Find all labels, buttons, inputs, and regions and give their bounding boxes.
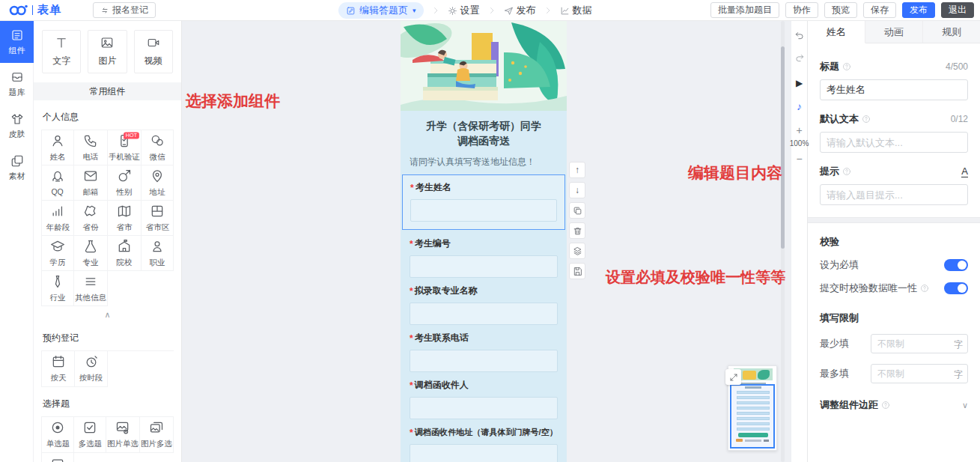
rail-item-assets[interactable]: 素材 (0, 147, 34, 189)
minimap-expand-button[interactable] (725, 369, 741, 385)
default-text-input[interactable] (820, 132, 968, 153)
play-button[interactable]: ▶ (791, 78, 807, 88)
title-input[interactable] (820, 79, 968, 100)
component-phone[interactable]: 电话 (74, 130, 108, 165)
form-field[interactable]: * 考生编号 (410, 237, 558, 278)
tab-animation[interactable]: 动画 (865, 21, 923, 43)
info-icon (842, 167, 851, 176)
form-name-button[interactable]: 报名登记 (93, 2, 156, 18)
exit-button[interactable]: 退出 (941, 2, 974, 18)
unique-toggle-label: 提交时校验数据唯一性 (820, 282, 929, 295)
caret-down-icon: ▾ (413, 7, 416, 14)
field-input-preview[interactable] (410, 255, 558, 278)
component-province[interactable]: 省份 (74, 201, 108, 236)
zoom-out-button[interactable]: − (791, 153, 807, 165)
preview-button[interactable]: 预览 (824, 2, 857, 18)
annotation-validation: 设置必填及校验唯一性等等 (606, 267, 785, 288)
flask-icon (83, 239, 98, 254)
publish-button[interactable]: 发布 (902, 2, 935, 18)
component-dropdown[interactable]: 下拉题 (42, 453, 74, 462)
component-single-choice[interactable]: 单选题 (42, 417, 74, 453)
hint-input[interactable] (820, 184, 968, 205)
batch-add-questions-button[interactable]: 批量添加题目 (710, 2, 779, 18)
duplicate-button[interactable] (569, 202, 585, 219)
component-industry[interactable]: 行业 (42, 271, 74, 306)
field-input-preview[interactable] (410, 350, 558, 372)
component-image-multi-choice[interactable]: 图片多选 (140, 417, 174, 453)
required-asterisk: * (410, 286, 413, 297)
required-toggle[interactable] (944, 259, 968, 271)
component-address[interactable]: 地址 (141, 165, 174, 201)
collapse-section-button[interactable]: ∧ (34, 308, 181, 321)
field-input-preview[interactable] (410, 303, 558, 325)
header-actions: 批量添加题目 协作 预览 保存 发布 退出 (710, 2, 974, 18)
form-title: 升学（含保研考研）同学 调档函寄送 (401, 118, 567, 148)
tab-rules[interactable]: 规则 (923, 21, 980, 43)
undo-button[interactable] (791, 30, 807, 40)
tab-field-name[interactable]: 姓名 (808, 21, 865, 43)
field-input-preview[interactable] (410, 444, 558, 462)
move-down-button[interactable]: ↓ (569, 182, 585, 198)
rail-item-components[interactable]: 组件 (0, 21, 34, 63)
form-field[interactable]: * 拟录取专业名称 (410, 285, 558, 325)
collaborate-button[interactable]: 协作 (785, 2, 818, 18)
zoom-in-button[interactable]: + (791, 124, 807, 136)
component-email[interactable]: 邮箱 (74, 165, 108, 201)
field-input-preview[interactable] (410, 199, 557, 222)
canvas-scrollbar[interactable] (781, 46, 785, 249)
rail-item-skin[interactable]: 皮肤 (0, 105, 34, 147)
component-college[interactable]: 院校 (108, 236, 141, 271)
component-spacing-row[interactable]: 调整组件边距 ∨ (820, 398, 968, 412)
step-edit-page[interactable]: 编辑答题页 ▾ (338, 2, 424, 19)
step-data[interactable]: 数据 (560, 4, 592, 17)
music-button[interactable]: ♪ (791, 100, 807, 112)
field-input-preview[interactable] (410, 397, 558, 419)
component-age-range[interactable]: 年龄段 (42, 201, 74, 236)
dropdown-icon (50, 456, 65, 462)
unique-toggle[interactable] (944, 282, 968, 294)
layers-button[interactable] (569, 243, 585, 259)
component-province-city[interactable]: 省市 (108, 201, 141, 236)
component-qq[interactable]: QQ (42, 165, 74, 201)
text-style-button[interactable]: A (961, 166, 968, 177)
chevron-down-icon: ∨ (962, 401, 968, 410)
component-gender[interactable]: 性别 (108, 165, 141, 201)
component-other-info[interactable]: 其他信息 (74, 271, 108, 306)
qq-icon (50, 169, 65, 184)
component-name[interactable]: 姓名 (42, 130, 74, 165)
component-video[interactable]: 视频 (134, 30, 173, 73)
form-field[interactable]: * 考生联系电话 (410, 332, 558, 372)
component-by-day[interactable]: 按天 (42, 351, 75, 387)
section-booking: 预约登记 (43, 332, 181, 344)
annotation-add-components: 选择添加组件 (186, 91, 280, 112)
save-component-button[interactable] (569, 263, 585, 279)
component-image-single-choice[interactable]: 图片单选 (106, 417, 140, 453)
component-occupation[interactable]: 职业 (141, 236, 174, 271)
selected-field-candidate-name[interactable]: * 考生姓名 (402, 174, 565, 230)
validation-section-title: 校验 (820, 235, 968, 249)
map-icon (117, 204, 132, 219)
component-multi-choice[interactable]: 多选题 (74, 417, 106, 453)
component-education[interactable]: 学历 (42, 236, 74, 271)
component-text[interactable]: 文字 (42, 30, 81, 73)
max-fill-label: 最多填 (820, 367, 849, 380)
minimap[interactable] (728, 365, 777, 451)
form-field[interactable]: * 调档函收件人 (410, 379, 558, 419)
delete-button[interactable] (569, 222, 585, 239)
component-phone-verify[interactable]: HOT 手机验证 (108, 130, 141, 165)
component-by-timeslot[interactable]: 按时段 (75, 351, 108, 387)
move-up-button[interactable]: ↑ (569, 162, 585, 178)
component-wechat[interactable]: 微信 (141, 130, 174, 165)
chevron-right-icon (431, 6, 440, 15)
component-province-city-district[interactable]: 省市区 (141, 201, 174, 236)
redo-button[interactable] (791, 52, 807, 63)
form-field[interactable]: * 调档函收件地址（请具体到门牌号/空） (410, 426, 558, 462)
component-image[interactable]: 图片 (88, 30, 127, 73)
step-settings[interactable]: 设置 (448, 4, 480, 17)
minus-icon: − (796, 153, 802, 165)
save-button[interactable]: 保存 (863, 2, 896, 18)
minimap-viewport[interactable] (730, 384, 775, 449)
step-publish[interactable]: 发布 (504, 4, 536, 17)
rail-item-question-bank[interactable]: 题库 (0, 63, 34, 105)
component-major[interactable]: 专业 (74, 236, 108, 271)
